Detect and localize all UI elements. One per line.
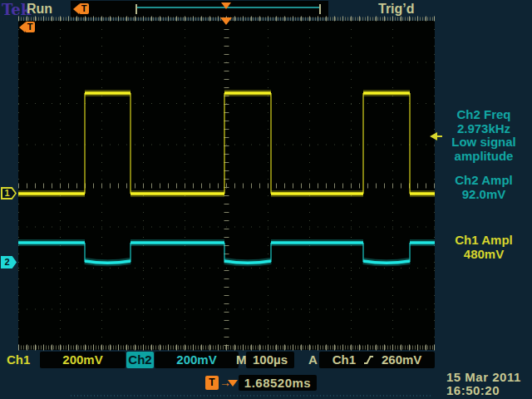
left-triangle-icon — [73, 4, 79, 14]
trigger-a-label: A — [308, 352, 318, 368]
ch1-ground-marker: 1 — [1, 187, 17, 200]
ch1-marker-label: 1 — [1, 187, 13, 200]
graticule — [18, 16, 435, 351]
ch2-label: Ch2 — [126, 352, 154, 368]
down-triangle-icon — [228, 380, 238, 387]
date-label: 15 Mar 2011 — [446, 371, 521, 384]
ch2-scale-readout: 200mV — [155, 352, 239, 368]
trigger-t-icon: T — [79, 3, 89, 14]
timebase-readout: 100µs — [246, 352, 294, 368]
measurement-ch2-freq: Ch2 Freq 2.973kHz Low signal amplitude — [436, 108, 532, 163]
measurement-ch2-ampl: Ch2 Ampl 92.0mV — [436, 174, 532, 201]
trigger-left-icon: T — [73, 3, 89, 14]
measurement-value: 480mV — [436, 248, 532, 262]
trigger-position-icon — [221, 2, 231, 9]
measurement-label: Ch2 Freq — [436, 108, 532, 122]
measurement-value: 92.0mV — [436, 188, 532, 202]
measurement-warning: amplitude — [436, 150, 532, 164]
ch2-marker-label: 2 — [1, 256, 13, 268]
ch1-scale-readout: 200mV — [40, 352, 126, 368]
trigger-time-readout: 1.68520ms — [239, 375, 317, 391]
rising-slope-icon — [363, 354, 374, 366]
trigger-position-grid-icon — [220, 17, 232, 25]
ch2-ground-marker: 2 — [1, 256, 17, 268]
datetime: 15 Mar 2011 16:50:20 — [446, 371, 521, 397]
trigger-level-value: 260mV — [382, 352, 421, 368]
acquisition-status: Run — [27, 2, 52, 17]
trigger-source: Ch1 — [332, 352, 356, 368]
main-timebase-label: M — [236, 352, 247, 368]
measurement-label: Ch1 Ampl — [436, 234, 532, 248]
oscilloscope-screen: Tek Run Trig’d T — [0, 0, 532, 399]
measurement-ch1-ampl: Ch1 Ampl 480mV — [436, 234, 532, 261]
trigger-t-grid-icon: T — [19, 22, 35, 32]
bottom-divider-dots — [71, 395, 433, 397]
trigger-status: Trig’d — [378, 2, 415, 17]
ch1-label: Ch1 — [7, 352, 30, 368]
trigger-t-icon: T — [205, 376, 219, 390]
record-view-bar: T — [71, 1, 328, 17]
measurement-label: Ch2 Ampl — [436, 174, 532, 188]
trigger-t-icon: T — [25, 22, 35, 32]
left-triangle-icon — [19, 22, 25, 32]
time-label: 16:50:20 — [446, 384, 521, 397]
measurement-value: 2.973kHz — [436, 122, 532, 136]
trigger-readout: Ch1 260mV — [319, 352, 435, 368]
measurement-warning: Low signal — [436, 135, 532, 150]
